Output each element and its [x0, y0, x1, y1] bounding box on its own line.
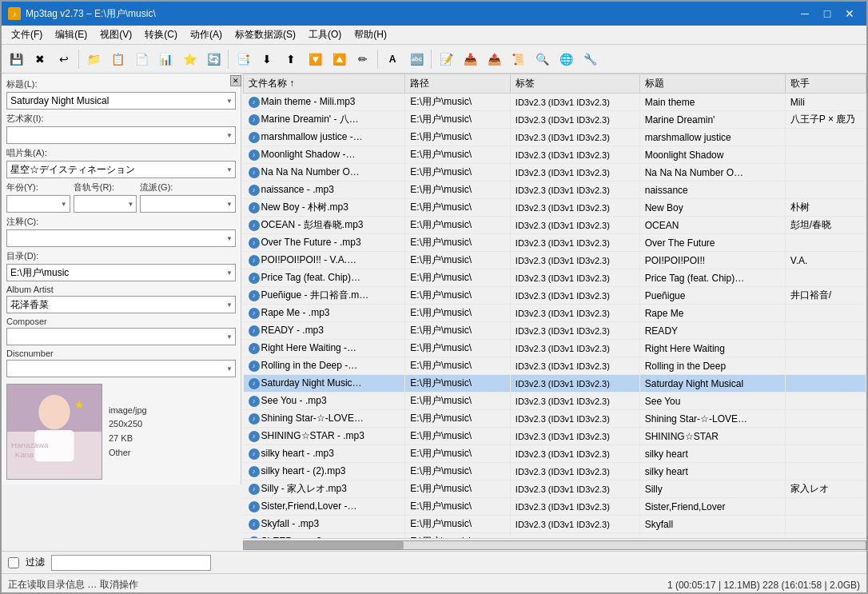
album-input[interactable]	[6, 161, 236, 178]
table-row[interactable]: ♪Shining Star-☆-LOVE…E:\用户\music\ID3v2.3…	[244, 410, 866, 428]
menu-convert[interactable]: 转换(C)	[138, 26, 184, 43]
filter-input[interactable]	[51, 555, 211, 571]
h-scrollbar[interactable]	[243, 540, 866, 550]
file-table-wrapper[interactable]: 文件名称 路径 标签 标题 歌手 ♪Main theme - Mili.mp3E…	[243, 74, 866, 538]
tb-btn-8[interactable]: 🔽	[304, 48, 326, 70]
tb-btn-10[interactable]: ✏	[352, 48, 374, 70]
table-row[interactable]: ♪Sister,Friend,Lover -…E:\用户\music\ID3v2…	[244, 498, 866, 516]
menu-edit[interactable]: 编辑(E)	[49, 26, 94, 43]
table-row[interactable]: ♪Main theme - Mili.mp3E:\用户\music\ID3v2.…	[244, 94, 866, 111]
col-path[interactable]: 路径	[405, 74, 511, 94]
composer-input[interactable]	[6, 328, 236, 345]
discnumber-input[interactable]	[6, 360, 236, 377]
h-scroll-area[interactable]	[243, 538, 866, 551]
menu-tag-sources[interactable]: 标签数据源(S)	[229, 26, 302, 43]
menu-view[interactable]: 视图(V)	[94, 26, 138, 43]
directory-input[interactable]	[6, 264, 236, 281]
close-button[interactable]: ✕	[839, 6, 860, 22]
menu-help[interactable]: 帮助(H)	[348, 26, 393, 43]
tb-btn-14[interactable]: 📤	[483, 48, 505, 70]
cell-artist	[785, 181, 866, 199]
table-row[interactable]: ♪Na Na Na Number O…E:\用户\music\ID3v2.3 (…	[244, 164, 866, 181]
col-tag[interactable]: 标签	[510, 74, 639, 94]
cell-path: E:\用户\music\	[405, 393, 511, 410]
tb-btn-6[interactable]: ⬇	[256, 48, 278, 70]
tb-refresh-btn[interactable]: 🔄	[202, 48, 225, 70]
file-icon: ♪	[249, 519, 260, 530]
tb-btn-16[interactable]: 🔍	[531, 48, 553, 70]
tb-open-btn[interactable]: 📁	[82, 48, 105, 70]
table-row[interactable]: ♪OCEAN - 彭坦春晓.mp3E:\用户\music\ID3v2.3 (ID…	[244, 217, 866, 234]
tb-btn-17[interactable]: 🌐	[555, 48, 577, 70]
cell-filename: ♪Na Na Na Number O…	[244, 164, 405, 181]
menu-file[interactable]: 文件(F)	[5, 26, 49, 43]
table-row[interactable]: ♪New Boy - 朴树.mp3E:\用户\music\ID3v2.3 (ID…	[244, 199, 866, 217]
artist-input[interactable]	[6, 126, 236, 144]
menu-actions[interactable]: 动作(A)	[184, 26, 229, 43]
genre-input[interactable]	[140, 195, 236, 213]
year-field-group: 年份(Y):	[6, 181, 70, 213]
table-row[interactable]: ♪READY - .mp3E:\用户\music\ID3v2.3 (ID3v1 …	[244, 322, 866, 340]
tb-btn-11[interactable]: 🔤	[405, 48, 428, 70]
tb-undo-btn[interactable]: ↩	[53, 48, 75, 70]
album-art-box[interactable]: Hanazawa Kana ★	[6, 384, 102, 480]
table-row[interactable]: ♪Pueñigue - 井口裕音.m…E:\用户\music\ID3v2.3 (…	[244, 287, 866, 305]
filter-checkbox[interactable]	[8, 557, 19, 568]
file-icon: ♪	[249, 185, 260, 196]
album-art-area: Hanazawa Kana ★ image/jpg 250x250 27 KB …	[6, 384, 236, 480]
tb-text-btn[interactable]: A	[381, 48, 404, 70]
cell-title: silky heart	[639, 445, 785, 463]
table-row[interactable]: ♪Marine Dreamin' - 八…E:\用户\music\ID3v2.3…	[244, 111, 866, 129]
tb-delete-btn[interactable]: ✖	[29, 48, 51, 70]
col-filename[interactable]: 文件名称	[244, 74, 405, 94]
table-row[interactable]: ♪SHINING☆STAR - .mp3E:\用户\music\ID3v2.3 …	[244, 428, 866, 445]
table-row[interactable]: ♪silky heart - (2).mp3E:\用户\music\ID3v2.…	[244, 463, 866, 480]
tb-btn-9[interactable]: 🔼	[328, 48, 350, 70]
table-row[interactable]: ♪Saturday Night Music…E:\用户\music\ID3v2.…	[244, 375, 866, 393]
table-row[interactable]: ♪See You - .mp3E:\用户\music\ID3v2.3 (ID3v…	[244, 393, 866, 410]
maximize-button[interactable]: □	[817, 6, 838, 22]
svg-text:Hanazawa: Hanazawa	[11, 441, 49, 449]
track-input[interactable]	[74, 195, 137, 213]
comment-input[interactable]	[6, 229, 236, 247]
title-input[interactable]	[6, 92, 236, 110]
art-type: image/jpg	[109, 404, 147, 418]
tb-save-btn[interactable]: 💾	[5, 48, 27, 70]
tb-btn-12[interactable]: 📝	[435, 48, 457, 70]
minimize-button[interactable]: ─	[794, 6, 815, 22]
table-row[interactable]: ♪marshmallow justice -…E:\用户\music\ID3v2…	[244, 129, 866, 146]
h-scrollbar-thumb[interactable]	[244, 541, 404, 549]
table-row[interactable]: ♪Price Tag (feat. Chip)…E:\用户\music\ID3v…	[244, 269, 866, 287]
tb-btn-2[interactable]: 📋	[106, 48, 129, 70]
cell-path: E:\用户\music\	[405, 252, 511, 269]
col-title[interactable]: 标题	[639, 74, 785, 94]
tb-btn-4[interactable]: 📊	[154, 48, 177, 70]
table-row[interactable]: ♪POI!POI!POI!! - V.A.…E:\用户\music\ID3v2.…	[244, 252, 866, 269]
panel-close-button[interactable]: ✕	[230, 75, 241, 86]
cell-path: E:\用户\music\	[405, 463, 511, 480]
table-row[interactable]: ♪Moonlight Shadow -…E:\用户\music\ID3v2.3 …	[244, 146, 866, 164]
menu-tools[interactable]: 工具(O)	[302, 26, 348, 43]
table-row[interactable]: ♪Right Here Waiting -…E:\用户\music\ID3v2.…	[244, 340, 866, 357]
cell-path: E:\用户\music\	[405, 287, 511, 305]
tb-btn-3[interactable]: 📄	[130, 48, 153, 70]
table-row[interactable]: ♪Skyfall - .mp3E:\用户\music\ID3v2.3 (ID3v…	[244, 516, 866, 533]
col-artist[interactable]: 歌手	[785, 74, 866, 94]
album-artist-input[interactable]	[6, 296, 236, 313]
tb-btn-5[interactable]: 📑	[232, 48, 254, 70]
tb-btn-15[interactable]: 📜	[507, 48, 529, 70]
table-row[interactable]: ♪Over The Future - .mp3E:\用户\music\ID3v2…	[244, 234, 866, 252]
svg-point-2	[38, 395, 70, 429]
table-row[interactable]: ♪Silly - 家入レオ.mp3E:\用户\music\ID3v2.3 (ID…	[244, 480, 866, 498]
table-row[interactable]: ♪naissance - .mp3E:\用户\music\ID3v2.3 (ID…	[244, 181, 866, 199]
table-row[interactable]: ♪Rolling in the Deep -…E:\用户\music\ID3v2…	[244, 357, 866, 375]
year-input[interactable]	[6, 195, 70, 213]
tb-btn-18[interactable]: 🔧	[579, 48, 601, 70]
tb-btn-7[interactable]: ⬆	[280, 48, 302, 70]
tb-star-btn[interactable]: ⭐	[178, 48, 201, 70]
cell-artist	[785, 393, 866, 410]
directory-label: 目录(D):	[6, 250, 236, 262]
tb-btn-13[interactable]: 📥	[459, 48, 481, 70]
table-row[interactable]: ♪Rape Me - .mp3E:\用户\music\ID3v2.3 (ID3v…	[244, 305, 866, 322]
table-row[interactable]: ♪silky heart - .mp3E:\用户\music\ID3v2.3 (…	[244, 445, 866, 463]
